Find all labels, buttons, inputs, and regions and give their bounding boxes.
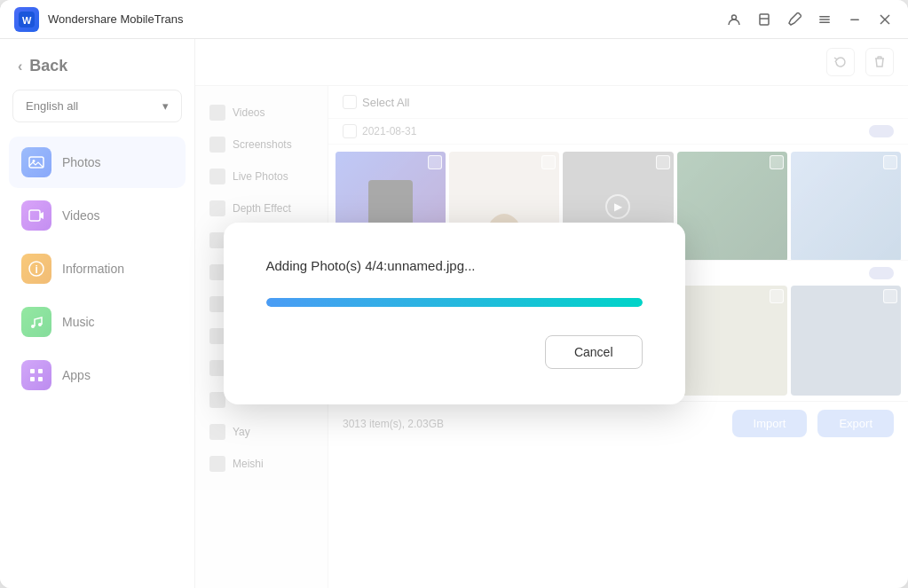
menu-icon[interactable] — [816, 11, 833, 28]
svg-rect-4 — [819, 16, 830, 18]
svg-rect-7 — [850, 19, 859, 20]
close-button[interactable] — [876, 11, 894, 28]
svg-rect-5 — [819, 19, 830, 20]
app-icon: W — [14, 7, 39, 32]
edit-icon[interactable] — [786, 11, 803, 28]
progress-bar-track — [266, 298, 643, 307]
app-title: Wondershare MobileTrans — [48, 12, 183, 26]
app-window: W Wondershare MobileTrans — [0, 0, 908, 588]
modal-message: Adding Photo(s) 4/4:unnamed.jpg... — [266, 258, 643, 273]
title-bar-left: W Wondershare MobileTrans — [14, 7, 725, 32]
modal-actions: Cancel — [266, 335, 643, 369]
bookmark-icon[interactable] — [755, 11, 773, 28]
progress-bar-fill — [266, 298, 643, 307]
account-icon[interactable] — [725, 11, 743, 28]
cancel-button[interactable]: Cancel — [545, 335, 643, 369]
title-bar-controls — [725, 11, 894, 28]
svg-rect-3 — [760, 14, 769, 25]
title-bar: W Wondershare MobileTrans — [0, 0, 908, 39]
modal-overlay: Adding Photo(s) 4/4:unnamed.jpg... Cance… — [0, 39, 908, 588]
svg-text:W: W — [22, 15, 32, 26]
content-area: ‹ Back English all ▾ Photos — [0, 39, 908, 588]
modal-dialog: Adding Photo(s) 4/4:unnamed.jpg... Cance… — [224, 223, 685, 404]
minimize-button[interactable] — [846, 11, 864, 28]
svg-rect-6 — [819, 21, 830, 23]
